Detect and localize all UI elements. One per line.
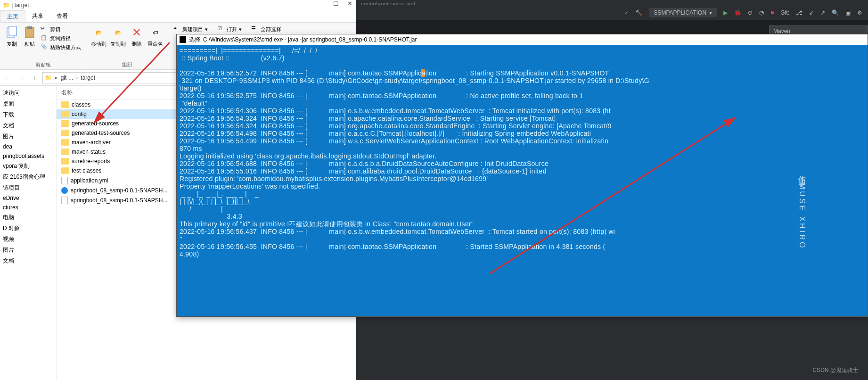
copypath-button[interactable]: 📋复制路径 xyxy=(41,34,81,42)
copy-button[interactable]: 复制 xyxy=(5,25,19,48)
cmd-output[interactable]: =========|_|==============|___/=/_/_/_/ … xyxy=(177,45,868,260)
titlebar: 📁 | target — ☐ ✕ xyxy=(0,0,356,10)
coverage-icon[interactable]: ⊙ xyxy=(748,9,753,16)
file-name: maven-status xyxy=(72,149,106,155)
chevron-down-icon: ▾ xyxy=(709,9,712,16)
sidebar-item[interactable]: 速访问 xyxy=(1,88,55,99)
cmd-window: 选择 C:\Windows\System32\cmd.exe - java -j… xyxy=(176,34,868,317)
copy-icon xyxy=(5,25,19,40)
git-branch-icon[interactable]: ⎇ xyxy=(796,9,802,16)
sidebar-item[interactable]: 视频 xyxy=(1,234,55,245)
file-name: classes xyxy=(72,101,90,108)
tab-share[interactable]: 共享 xyxy=(25,10,50,22)
sidebar-item[interactable]: 文档 xyxy=(1,256,55,266)
ide-run-anything-icon[interactable]: ▣ xyxy=(845,9,851,16)
delete-icon: ✕ xyxy=(130,25,144,40)
paste-icon xyxy=(23,25,37,40)
back-icon[interactable]: ← xyxy=(3,73,13,83)
sidebar-item[interactable]: D 对象 xyxy=(1,223,55,234)
window-title: target xyxy=(15,2,29,8)
open-button[interactable]: ☑打开 ▾ xyxy=(217,25,242,33)
ribbon-organize: 📂移动到 📂复制到 ✕删除 🏷重命名 组织 xyxy=(86,23,168,69)
folder-icon xyxy=(61,111,69,117)
folder-icon: 📁 xyxy=(3,2,10,8)
sidebar: 速访问桌面下载文档图片deapringboot.assetsypora 复制应 … xyxy=(0,86,57,380)
sidebar-item[interactable]: 电脑 xyxy=(1,212,55,223)
file-name: springboot_08_ssmp-0.0.1-SNAPSH... xyxy=(71,187,167,194)
signature: CSDN @鬼鬼骑士 xyxy=(812,366,859,374)
cut-button[interactable]: ✂剪切 xyxy=(41,25,81,33)
file-name: config xyxy=(72,111,87,117)
sidebar-item[interactable]: 桌面 xyxy=(1,99,55,109)
sidebar-item[interactable]: 文档 xyxy=(1,120,55,131)
file-name: springboot_08_ssmp-0.0.1-SNAPSH... xyxy=(71,197,167,204)
delete-button[interactable]: ✕删除 xyxy=(130,25,144,48)
sidebar-item[interactable]: ypora 复制 xyxy=(1,161,55,172)
sidebar-item[interactable]: dea xyxy=(1,142,55,151)
settings-icon[interactable]: ⚙ xyxy=(857,9,862,16)
tab-view[interactable]: 查看 xyxy=(50,10,74,22)
folder-icon xyxy=(61,101,69,108)
moveto-button[interactable]: 📂移动到 xyxy=(91,25,106,48)
maximize-icon[interactable]: ☐ xyxy=(333,0,339,7)
folder-icon xyxy=(61,130,69,136)
file-name: generated-test-sources xyxy=(72,130,130,136)
rename-button[interactable]: 🏷重命名 xyxy=(147,25,163,48)
git-push-icon[interactable]: ↗ xyxy=(820,9,825,16)
file-name: surefire-reports xyxy=(72,158,110,165)
hammer-icon[interactable]: 🔨 xyxy=(635,9,642,16)
file-name: application.yml xyxy=(71,177,108,184)
ide-toolbar: ✓ 🔨 SSMPAPPLICATION ▾ ▶ 🐞 ⊙ ◔ ■ Git: ⎇ ↙… xyxy=(356,5,868,21)
cmd-titlebar[interactable]: 选择 C:\Windows\System32\cmd.exe - java -j… xyxy=(177,34,868,45)
sidebar-item[interactable]: ctures xyxy=(1,203,55,212)
selectall-button[interactable]: ☰全部选择 xyxy=(251,25,281,33)
cut-icon: ✂ xyxy=(41,25,48,33)
svg-rect-3 xyxy=(27,26,32,29)
sidebar-item[interactable]: 镜项目 xyxy=(1,182,55,193)
paste-button[interactable]: 粘贴 xyxy=(23,25,37,48)
up-icon[interactable]: ↑ xyxy=(29,73,40,83)
minimize-icon[interactable]: — xyxy=(319,0,325,7)
folder-icon xyxy=(61,120,69,127)
copyto-icon: 📂 xyxy=(111,25,125,40)
forward-icon[interactable]: → xyxy=(16,73,26,83)
run-icon[interactable]: ▶ xyxy=(723,9,728,16)
shortcut-icon: 📎 xyxy=(41,43,48,51)
ide-breadcrumb: config\application.yml xyxy=(356,0,868,5)
watermark-text: 作曲：MUSE XHIRO xyxy=(797,170,807,249)
folder-icon xyxy=(61,158,69,165)
git-pull-icon[interactable]: ↙ xyxy=(809,9,814,16)
search-icon[interactable]: 🔍 xyxy=(832,9,839,16)
sidebar-item[interactable]: 图片 xyxy=(1,131,55,142)
profile-icon[interactable]: ◔ xyxy=(759,9,764,16)
pasteshortcut-button[interactable]: 📎粘贴快捷方式 xyxy=(41,43,81,51)
file-icon xyxy=(61,197,68,204)
sidebar-item[interactable]: 下载 xyxy=(1,109,55,120)
sidebar-item[interactable]: pringboot.assets xyxy=(1,151,55,161)
sidebar-item[interactable]: 图片 xyxy=(1,245,55,256)
copyto-button[interactable]: 📂复制到 xyxy=(110,25,126,48)
sidebar-item[interactable]: eDrive xyxy=(1,193,55,203)
stop-icon[interactable]: ■ xyxy=(770,9,774,16)
run-config-label: SSMPAPPLICATION xyxy=(654,9,706,16)
file-name: test-classes xyxy=(72,167,101,174)
sidebar-item[interactable]: 应 2103宿舍心理 xyxy=(1,172,55,182)
git-label: Git: xyxy=(780,9,789,16)
debug-icon[interactable]: 🐞 xyxy=(734,9,741,16)
close-icon[interactable]: ✕ xyxy=(347,0,352,7)
vcs-update-icon[interactable]: ✓ xyxy=(624,9,629,16)
open-icon: ☑ xyxy=(217,25,225,33)
crumb[interactable]: git-... xyxy=(61,74,74,81)
ribbon-clipboard: 复制 粘贴 ✂剪切 📋复制路径 📎粘贴快捷方式 剪贴板 xyxy=(0,23,86,69)
crumb[interactable]: target xyxy=(81,74,95,81)
run-config-combo[interactable]: SSMPAPPLICATION ▾ xyxy=(649,8,717,17)
jar-icon xyxy=(61,187,68,194)
newitem-button[interactable]: ✦新建项目 ▾ xyxy=(173,25,208,33)
cmd-title-prefix: 选择 xyxy=(189,36,200,43)
folder-icon: 📁 xyxy=(45,74,52,81)
newitem-icon: ✦ xyxy=(173,25,180,33)
copypath-icon: 📋 xyxy=(41,34,48,42)
tab-home[interactable]: 主页 xyxy=(0,10,25,22)
folder-icon xyxy=(61,149,69,155)
file-name: maven-archiver xyxy=(72,139,111,146)
